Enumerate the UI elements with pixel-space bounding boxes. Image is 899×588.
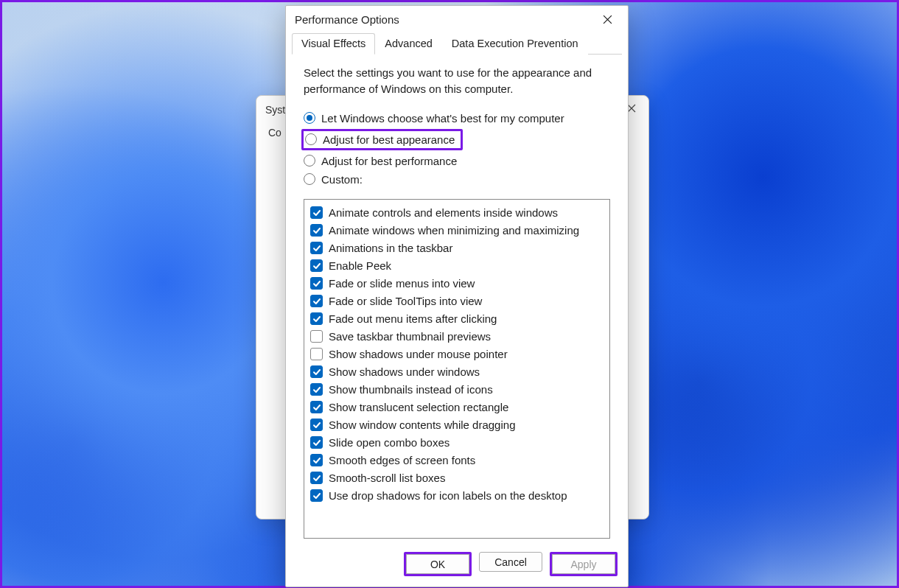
option-row[interactable]: Smooth-scroll list boxes [310,469,604,487]
option-label: Animate windows when minimizing and maxi… [329,223,579,238]
option-label: Animations in the taskbar [329,240,452,256]
dialog-buttons: OK Cancel Apply [286,545,628,587]
intro-text: Select the settings you want to use for … [304,65,610,97]
option-row[interactable]: Fade or slide ToolTips into view [310,293,604,310]
option-row[interactable]: Animations in the taskbar [310,239,604,257]
option-label: Show shadows under windows [329,364,480,379]
checkbox-icon [310,206,323,219]
bg-window-title: Syst [265,104,285,116]
radio-best-appearance[interactable]: Adjust for best appearance [305,133,455,146]
radio-group: Let Windows choose what's best for my co… [304,109,610,189]
checkbox-icon [310,242,323,254]
radio-icon [305,133,317,145]
checkbox-icon [310,383,323,396]
option-row[interactable]: Show translucent selection rectangle [310,399,604,416]
option-row[interactable]: Show thumbnails instead of icons [310,381,604,399]
checkbox-icon [310,489,323,502]
performance-options-dialog: Performance Options Visual Effects Advan… [285,5,629,587]
option-label: Enable Peek [329,258,391,273]
checkbox-icon [310,295,323,307]
checkbox-icon [310,419,323,431]
checkbox-icon [310,259,323,272]
radio-label: Let Windows choose what's best for my co… [321,112,564,125]
checkbox-icon [310,401,323,413]
dialog-title: Performance Options [295,13,399,26]
option-label: Show translucent selection rectangle [329,399,508,415]
checkbox-icon [310,224,323,237]
radio-label: Custom: [321,173,363,186]
checkbox-icon [310,472,323,484]
option-label: Show thumbnails instead of icons [329,382,493,397]
radio-icon [304,173,315,185]
option-label: Animate controls and elements inside win… [329,205,558,220]
option-label: Show shadows under mouse pointer [329,346,508,362]
radio-custom[interactable]: Custom: [304,170,610,189]
checkbox-icon [310,348,323,360]
tab-strip: Visual Effects Advanced Data Execution P… [292,32,622,55]
radio-best-performance[interactable]: Adjust for best performance [304,152,610,170]
tab-visual-effects[interactable]: Visual Effects [292,33,375,55]
radio-let-windows-choose[interactable]: Let Windows choose what's best for my co… [304,109,610,127]
ok-highlight: OK [404,552,472,576]
checkbox-icon [310,365,323,378]
option-row[interactable]: Enable Peek [310,257,604,275]
option-row[interactable]: Smooth edges of screen fonts [310,452,604,469]
visual-effects-list[interactable]: Animate controls and elements inside win… [304,199,610,539]
radio-icon [304,155,315,167]
option-row[interactable]: Fade out menu items after clicking [310,310,604,328]
option-label: Smooth edges of screen fonts [329,452,475,468]
option-row[interactable]: Animate windows when minimizing and maxi… [310,222,604,239]
option-label: Slide open combo boxes [329,435,450,450]
dialog-close-button[interactable] [591,8,623,30]
ok-button[interactable]: OK [406,554,469,574]
option-row[interactable]: Save taskbar thumbnail previews [310,328,604,346]
apply-highlight: Apply [550,552,618,576]
option-row[interactable]: Animate controls and elements inside win… [310,204,604,222]
radio-icon [304,112,315,124]
option-label: Use drop shadows for icon labels on the … [329,488,567,503]
close-icon [603,15,612,24]
option-row[interactable]: Show shadows under windows [310,363,604,381]
option-row[interactable]: Fade or slide menus into view [310,275,604,293]
option-row[interactable]: Show shadows under mouse pointer [310,346,604,363]
option-label: Smooth-scroll list boxes [329,470,445,486]
checkbox-icon [310,436,323,449]
option-label: Fade or slide menus into view [329,276,475,291]
dialog-titlebar: Performance Options [286,6,628,32]
radio-label: Adjust for best performance [321,155,457,167]
option-label: Show window contents while dragging [329,417,515,433]
option-row[interactable]: Use drop shadows for icon labels on the … [310,487,604,505]
option-row[interactable]: Show window contents while dragging [310,416,604,434]
checkbox-icon [310,454,323,466]
tab-advanced[interactable]: Advanced [375,33,442,55]
checkbox-icon [310,277,323,290]
option-label: Save taskbar thumbnail previews [329,329,491,344]
tab-content: Select the settings you want to use for … [286,55,628,545]
cancel-button[interactable]: Cancel [479,552,542,572]
option-label: Fade or slide ToolTips into view [329,293,482,309]
option-label: Fade out menu items after clicking [329,311,497,326]
desktop: Syst Co Performance Options Visual Effec… [0,0,899,588]
option-row[interactable]: Slide open combo boxes [310,434,604,452]
checkbox-icon [310,330,323,343]
checkbox-icon [310,312,323,325]
radio-label: Adjust for best appearance [323,133,455,146]
tab-dep[interactable]: Data Execution Prevention [442,33,588,55]
apply-button[interactable]: Apply [552,554,615,574]
